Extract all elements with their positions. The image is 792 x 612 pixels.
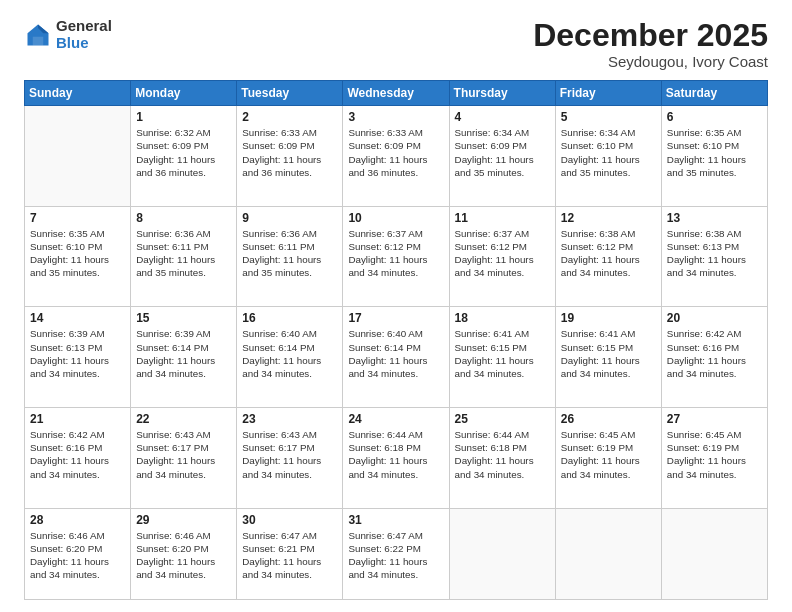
day-number: 17 <box>348 311 443 325</box>
table-row <box>555 508 661 600</box>
day-info: Sunrise: 6:33 AM Sunset: 6:09 PM Dayligh… <box>348 126 443 179</box>
day-number: 18 <box>455 311 550 325</box>
day-number: 22 <box>136 412 231 426</box>
col-friday: Friday <box>555 81 661 106</box>
day-number: 2 <box>242 110 337 124</box>
day-info: Sunrise: 6:37 AM Sunset: 6:12 PM Dayligh… <box>455 227 550 280</box>
day-info: Sunrise: 6:43 AM Sunset: 6:17 PM Dayligh… <box>242 428 337 481</box>
table-row: 8Sunrise: 6:36 AM Sunset: 6:11 PM Daylig… <box>131 206 237 307</box>
day-number: 3 <box>348 110 443 124</box>
day-info: Sunrise: 6:42 AM Sunset: 6:16 PM Dayligh… <box>30 428 125 481</box>
table-row: 2Sunrise: 6:33 AM Sunset: 6:09 PM Daylig… <box>237 106 343 207</box>
day-number: 31 <box>348 513 443 527</box>
day-info: Sunrise: 6:46 AM Sunset: 6:20 PM Dayligh… <box>30 529 125 582</box>
table-row: 22Sunrise: 6:43 AM Sunset: 6:17 PM Dayli… <box>131 407 237 508</box>
table-row <box>449 508 555 600</box>
table-row: 16Sunrise: 6:40 AM Sunset: 6:14 PM Dayli… <box>237 307 343 408</box>
col-saturday: Saturday <box>661 81 767 106</box>
day-info: Sunrise: 6:43 AM Sunset: 6:17 PM Dayligh… <box>136 428 231 481</box>
day-info: Sunrise: 6:39 AM Sunset: 6:14 PM Dayligh… <box>136 327 231 380</box>
day-number: 23 <box>242 412 337 426</box>
svg-rect-2 <box>33 36 44 45</box>
day-info: Sunrise: 6:45 AM Sunset: 6:19 PM Dayligh… <box>667 428 762 481</box>
day-info: Sunrise: 6:41 AM Sunset: 6:15 PM Dayligh… <box>561 327 656 380</box>
col-tuesday: Tuesday <box>237 81 343 106</box>
calendar-header-row: Sunday Monday Tuesday Wednesday Thursday… <box>25 81 768 106</box>
day-number: 10 <box>348 211 443 225</box>
table-row: 18Sunrise: 6:41 AM Sunset: 6:15 PM Dayli… <box>449 307 555 408</box>
table-row: 1Sunrise: 6:32 AM Sunset: 6:09 PM Daylig… <box>131 106 237 207</box>
table-row: 13Sunrise: 6:38 AM Sunset: 6:13 PM Dayli… <box>661 206 767 307</box>
col-sunday: Sunday <box>25 81 131 106</box>
col-wednesday: Wednesday <box>343 81 449 106</box>
table-row: 21Sunrise: 6:42 AM Sunset: 6:16 PM Dayli… <box>25 407 131 508</box>
day-info: Sunrise: 6:47 AM Sunset: 6:22 PM Dayligh… <box>348 529 443 582</box>
title-month: December 2025 <box>533 18 768 53</box>
day-number: 7 <box>30 211 125 225</box>
day-number: 16 <box>242 311 337 325</box>
table-row: 31Sunrise: 6:47 AM Sunset: 6:22 PM Dayli… <box>343 508 449 600</box>
page: General Blue December 2025 Seydougou, Iv… <box>0 0 792 612</box>
col-thursday: Thursday <box>449 81 555 106</box>
day-info: Sunrise: 6:35 AM Sunset: 6:10 PM Dayligh… <box>667 126 762 179</box>
col-monday: Monday <box>131 81 237 106</box>
table-row: 30Sunrise: 6:47 AM Sunset: 6:21 PM Dayli… <box>237 508 343 600</box>
day-info: Sunrise: 6:38 AM Sunset: 6:12 PM Dayligh… <box>561 227 656 280</box>
day-number: 27 <box>667 412 762 426</box>
day-number: 20 <box>667 311 762 325</box>
logo-blue-text: Blue <box>56 35 112 52</box>
table-row: 28Sunrise: 6:46 AM Sunset: 6:20 PM Dayli… <box>25 508 131 600</box>
day-info: Sunrise: 6:35 AM Sunset: 6:10 PM Dayligh… <box>30 227 125 280</box>
logo: General Blue <box>24 18 112 51</box>
table-row: 20Sunrise: 6:42 AM Sunset: 6:16 PM Dayli… <box>661 307 767 408</box>
table-row: 3Sunrise: 6:33 AM Sunset: 6:09 PM Daylig… <box>343 106 449 207</box>
day-info: Sunrise: 6:45 AM Sunset: 6:19 PM Dayligh… <box>561 428 656 481</box>
day-number: 28 <box>30 513 125 527</box>
day-number: 13 <box>667 211 762 225</box>
day-info: Sunrise: 6:40 AM Sunset: 6:14 PM Dayligh… <box>348 327 443 380</box>
day-number: 15 <box>136 311 231 325</box>
calendar-table: Sunday Monday Tuesday Wednesday Thursday… <box>24 80 768 600</box>
logo-icon <box>24 21 52 49</box>
day-number: 26 <box>561 412 656 426</box>
calendar-week-row: 21Sunrise: 6:42 AM Sunset: 6:16 PM Dayli… <box>25 407 768 508</box>
title-block: December 2025 Seydougou, Ivory Coast <box>533 18 768 70</box>
day-info: Sunrise: 6:41 AM Sunset: 6:15 PM Dayligh… <box>455 327 550 380</box>
day-number: 12 <box>561 211 656 225</box>
table-row: 25Sunrise: 6:44 AM Sunset: 6:18 PM Dayli… <box>449 407 555 508</box>
table-row: 4Sunrise: 6:34 AM Sunset: 6:09 PM Daylig… <box>449 106 555 207</box>
day-info: Sunrise: 6:42 AM Sunset: 6:16 PM Dayligh… <box>667 327 762 380</box>
day-number: 14 <box>30 311 125 325</box>
day-number: 1 <box>136 110 231 124</box>
calendar-week-row: 1Sunrise: 6:32 AM Sunset: 6:09 PM Daylig… <box>25 106 768 207</box>
day-number: 29 <box>136 513 231 527</box>
day-info: Sunrise: 6:33 AM Sunset: 6:09 PM Dayligh… <box>242 126 337 179</box>
day-info: Sunrise: 6:34 AM Sunset: 6:10 PM Dayligh… <box>561 126 656 179</box>
header: General Blue December 2025 Seydougou, Iv… <box>24 18 768 70</box>
table-row: 14Sunrise: 6:39 AM Sunset: 6:13 PM Dayli… <box>25 307 131 408</box>
day-number: 5 <box>561 110 656 124</box>
day-number: 4 <box>455 110 550 124</box>
table-row: 9Sunrise: 6:36 AM Sunset: 6:11 PM Daylig… <box>237 206 343 307</box>
day-info: Sunrise: 6:32 AM Sunset: 6:09 PM Dayligh… <box>136 126 231 179</box>
day-info: Sunrise: 6:47 AM Sunset: 6:21 PM Dayligh… <box>242 529 337 582</box>
title-location: Seydougou, Ivory Coast <box>533 53 768 70</box>
day-number: 11 <box>455 211 550 225</box>
table-row: 27Sunrise: 6:45 AM Sunset: 6:19 PM Dayli… <box>661 407 767 508</box>
day-number: 9 <box>242 211 337 225</box>
day-info: Sunrise: 6:40 AM Sunset: 6:14 PM Dayligh… <box>242 327 337 380</box>
day-number: 19 <box>561 311 656 325</box>
table-row: 26Sunrise: 6:45 AM Sunset: 6:19 PM Dayli… <box>555 407 661 508</box>
table-row: 10Sunrise: 6:37 AM Sunset: 6:12 PM Dayli… <box>343 206 449 307</box>
day-info: Sunrise: 6:37 AM Sunset: 6:12 PM Dayligh… <box>348 227 443 280</box>
day-number: 24 <box>348 412 443 426</box>
table-row <box>25 106 131 207</box>
table-row: 5Sunrise: 6:34 AM Sunset: 6:10 PM Daylig… <box>555 106 661 207</box>
day-number: 21 <box>30 412 125 426</box>
table-row <box>661 508 767 600</box>
table-row: 11Sunrise: 6:37 AM Sunset: 6:12 PM Dayli… <box>449 206 555 307</box>
day-number: 25 <box>455 412 550 426</box>
table-row: 19Sunrise: 6:41 AM Sunset: 6:15 PM Dayli… <box>555 307 661 408</box>
calendar-week-row: 28Sunrise: 6:46 AM Sunset: 6:20 PM Dayli… <box>25 508 768 600</box>
calendar-week-row: 7Sunrise: 6:35 AM Sunset: 6:10 PM Daylig… <box>25 206 768 307</box>
